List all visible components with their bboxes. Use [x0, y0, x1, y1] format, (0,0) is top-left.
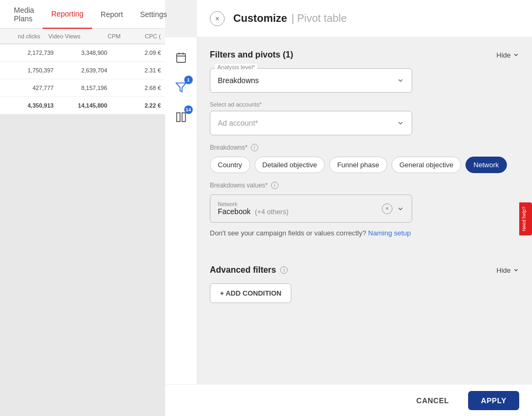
chip-funnel-phase[interactable]: Funnel phase [329, 157, 387, 173]
filters-section: Filters and pivots (1) Hide Analysis lev… [210, 50, 519, 237]
svg-rect-5 [176, 113, 179, 122]
network-label: Network [218, 201, 289, 207]
col-header-clicks: nd clicks [2, 33, 43, 39]
network-right: × [382, 203, 404, 214]
ad-accounts-label: Select ad accounts* [210, 101, 519, 108]
nav-settings[interactable]: Settings [132, 0, 176, 29]
modal-subtitle: | Pivot table [291, 12, 347, 25]
chip-general-objective[interactable]: General objective [391, 157, 461, 173]
apply-button[interactable]: APPLY [468, 391, 519, 410]
naming-setup-link[interactable]: Naming setup [368, 229, 411, 237]
calendar-icon[interactable] [171, 48, 191, 67]
table-row: 1,750,397 2,639,704 2.31 € [0, 62, 165, 79]
table-row-total: 4,350,913 14,145,800 2.22 € [0, 97, 165, 115]
chip-network[interactable]: Network [465, 157, 507, 173]
nav-media-plans[interactable]: Media Plans [5, 0, 43, 29]
ad-account-field: Ad account* [210, 111, 412, 135]
filter-badge: 1 [184, 76, 193, 84]
analysis-level-label: Analysis level* [215, 64, 257, 70]
network-others: (+4 others) [255, 208, 288, 216]
filters-hide-btn[interactable]: Hide [496, 51, 519, 59]
chip-country[interactable]: Country [210, 157, 250, 173]
naming-setup-text: Don't see your campaign fields or values… [210, 229, 519, 237]
columns-badge: 14 [184, 105, 193, 114]
svg-rect-6 [182, 113, 185, 122]
add-condition-button[interactable]: + ADD CONDITION [210, 283, 291, 303]
network-value: Facebook (+4 others) [218, 207, 289, 216]
feedback-widget[interactable]: Need help? [519, 202, 532, 235]
table-row: 427,777 8,157,196 2.68 € [0, 79, 165, 97]
col-header-cpc: CPC ( [123, 33, 163, 39]
analysis-level-field: Analysis level* Breakdowns [210, 68, 412, 93]
modal-header: × Customize | Pivot table [197, 0, 532, 37]
table-row: 2,172,739 3,348,900 2.09 € [0, 44, 165, 62]
svg-rect-0 [176, 54, 185, 63]
advanced-filters-hide-btn[interactable]: Hide [496, 266, 519, 274]
modal-title: Customize [233, 12, 287, 25]
network-left: Network Facebook (+4 others) [218, 201, 289, 216]
section-divider [210, 252, 519, 252]
breakdowns-values-info-icon: i [271, 182, 279, 189]
advanced-filters-section: Advanced filters i Hide + ADD CONDITION [210, 265, 519, 303]
ad-account-select[interactable]: Ad account* [210, 111, 412, 135]
chip-detailed-objective[interactable]: Detailed objective [255, 157, 325, 173]
breakdowns-chips: Country Detailed objective Funnel phase … [210, 157, 519, 173]
close-button[interactable]: × [210, 11, 225, 26]
breakdowns-info-icon: i [251, 144, 258, 151]
advanced-filters-info-icon: i [280, 266, 288, 274]
modal-sidebar: 1 14 [165, 37, 197, 400]
nav-reporting[interactable]: Reporting [43, 0, 92, 29]
svg-marker-4 [176, 83, 185, 92]
modal-content: Filters and pivots (1) Hide Analysis lev… [197, 37, 532, 400]
nav-bar: Media Plans Reporting Report Settings [0, 0, 165, 29]
col-header-views: Video Views [43, 33, 83, 39]
breakdowns-label: Breakdowns* i [210, 144, 519, 151]
network-value-field[interactable]: Network Facebook (+4 others) × [210, 194, 412, 223]
advanced-filters-title: Advanced filters [210, 265, 276, 275]
breakdowns-values-label: Breakdowns values* i [210, 182, 519, 189]
filters-title: Filters and pivots (1) [210, 50, 293, 60]
modal-footer: CANCEL APPLY [165, 384, 532, 416]
background-table: nd clicks Video Views CPM CPC ( 2,172,73… [0, 29, 165, 416]
cancel-button[interactable]: CANCEL [404, 391, 462, 410]
columns-icon[interactable]: 14 [171, 108, 191, 127]
nav-report[interactable]: Report [92, 0, 132, 29]
filter-icon[interactable]: 1 [171, 78, 191, 97]
network-clear-btn[interactable]: × [382, 203, 392, 214]
col-header-cpm: CPM [83, 33, 123, 39]
analysis-level-select[interactable]: Breakdowns [210, 68, 412, 93]
